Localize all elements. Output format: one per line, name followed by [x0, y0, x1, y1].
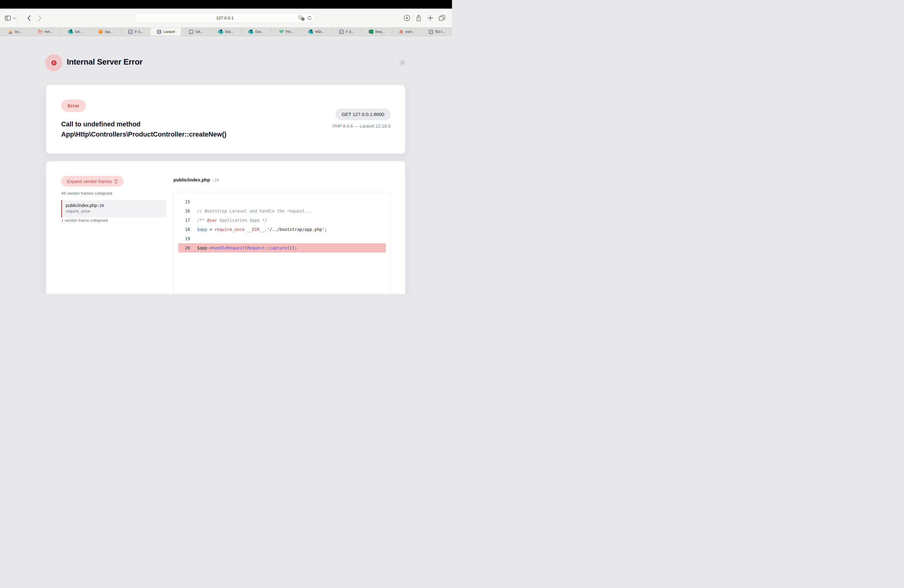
- phpmyadmin-icon: PMA: [8, 29, 13, 34]
- browser-tab-11[interactable]: Sหนัง...: [301, 28, 332, 36]
- download-icon: [404, 15, 410, 21]
- tab-label: Hel...: [44, 30, 53, 33]
- plus-icon: [427, 15, 433, 21]
- new-tab-button[interactable]: [427, 9, 434, 27]
- line-source: // Bootstrap Laravel and handle the requ…: [197, 209, 312, 213]
- tab-label: Dat...: [255, 30, 264, 33]
- back-button[interactable]: [25, 9, 32, 27]
- tab-overview-icon: [439, 15, 445, 21]
- error-status-icon: !: [45, 54, 62, 71]
- sidebar-icon: [5, 16, 11, 21]
- laravel-icon: [38, 29, 43, 34]
- stack-frame-call: require_once: [66, 209, 163, 213]
- expand-vendor-frames-button[interactable]: Expand vendor frames: [61, 176, 123, 187]
- browser-tab-14[interactable]: ดอก...: [392, 28, 422, 36]
- browser-tab-7[interactable]: MSA...: [181, 28, 211, 36]
- w3schools-icon: W3: [279, 29, 284, 34]
- forward-chevron-icon: [38, 15, 42, 21]
- svg-text:S: S: [250, 31, 251, 33]
- letter-tile-icon: G: [428, 29, 433, 34]
- tab-label: ดอก...: [406, 29, 415, 35]
- svg-text:S: S: [309, 31, 311, 33]
- error-type-badge: Error: [61, 100, 86, 112]
- red-chevrons-icon: [399, 29, 404, 34]
- back-chevron-icon: [27, 15, 31, 21]
- line-number: 15: [179, 199, 190, 204]
- line-source: /** @var Application $app */: [197, 218, 267, 223]
- tab-label: F-3...: [135, 30, 143, 33]
- url-field[interactable]: 127.0.0.1 A x: [135, 13, 315, 23]
- sharepoint-icon: S: [218, 29, 223, 34]
- reload-button[interactable]: [307, 16, 312, 21]
- browser-tab-4[interactable]: Sig...: [90, 28, 120, 36]
- tab-label: หนัง...: [315, 29, 325, 35]
- line-source: $app->handleRequest(Request::capture());: [197, 245, 297, 250]
- code-line-20: 20$app->handleRequest(Request::capture()…: [179, 243, 386, 253]
- line-number: 20: [179, 245, 190, 250]
- letter-tile-icon: M: [189, 29, 194, 34]
- collapsed-frames-below: 1 vendor frame collapsed: [61, 218, 108, 223]
- request-method-badge: GET 127.0.0.1:8000: [335, 109, 390, 120]
- tab-label: Req...: [375, 30, 385, 33]
- stack-trace-card: Expand vendor frames 49 vendor frames co…: [46, 161, 405, 294]
- code-line-18: 18$app = require_once __DIR__.'/../boots…: [179, 225, 386, 234]
- tab-label: Sig...: [105, 30, 113, 33]
- stack-frame-item[interactable]: public/index.php:20 require_once: [61, 200, 166, 217]
- tab-label: บึงเว...: [435, 29, 446, 35]
- line-source: $app = require_once __DIR__.'/../bootstr…: [197, 227, 327, 232]
- svg-text:PMA: PMA: [9, 32, 12, 34]
- downloads-button[interactable]: [403, 9, 411, 27]
- tab-label: PH...: [286, 30, 294, 33]
- expand-vendor-frames-label: Expand vendor frames: [67, 179, 112, 184]
- error-page: ! Internal Server Error Error GET 127.0.…: [0, 36, 452, 294]
- tab-label: F-3...: [346, 30, 354, 33]
- code-line-anchor: :20: [212, 178, 219, 182]
- chevron-up-down-icon: [114, 179, 118, 184]
- tab-label: SA...: [75, 30, 83, 33]
- code-file-header: public/index.php:20: [174, 177, 219, 182]
- tab-strip: PMAloc...Hel...SSA...Sig...SF-3...1Larav…: [0, 27, 452, 36]
- letter-tile-icon: 1: [156, 29, 161, 34]
- browser-tab-15[interactable]: Gบึงเว...: [422, 28, 452, 36]
- share-button[interactable]: [415, 9, 422, 27]
- tab-overview-button[interactable]: [438, 9, 446, 27]
- browser-toolbar: 127.0.0.1 A x: [0, 9, 452, 27]
- theme-toggle-sun-icon[interactable]: [399, 59, 406, 66]
- letter-tile-icon: S: [128, 29, 133, 34]
- browser-tab-12[interactable]: SF-3...: [332, 28, 362, 36]
- code-line-16: 16// Bootstrap Laravel and handle the re…: [179, 206, 386, 216]
- orange-sphere-icon: [98, 29, 103, 34]
- browser-tab-6[interactable]: 1Laravel: [151, 28, 181, 36]
- excel-icon: X: [369, 29, 374, 34]
- browser-tab-10[interactable]: W3PH...: [271, 28, 301, 36]
- line-number: 18: [179, 227, 190, 232]
- exception-card: Error GET 127.0.0.1:8000 PHP 8.4.6 — Lar…: [46, 85, 405, 154]
- collapsed-frames-above: 49 vendor frames collapsed: [61, 191, 112, 196]
- sharepoint-icon: S: [248, 29, 253, 34]
- line-number: 16: [179, 209, 190, 213]
- browser-tab-1[interactable]: PMAloc...: [0, 28, 30, 36]
- toolbar-divider: [17, 14, 17, 22]
- sidebar-toggle-button[interactable]: [4, 9, 12, 27]
- browser-tab-8[interactable]: SDat...: [211, 28, 241, 36]
- exclamation-icon: !: [51, 59, 57, 66]
- browser-tab-5[interactable]: SF-3...: [120, 28, 151, 36]
- browser-tab-3[interactable]: SSA...: [60, 28, 90, 36]
- tab-label: Dat...: [225, 30, 233, 33]
- code-viewer[interactable]: 1516// Bootstrap Laravel and handle the …: [174, 192, 390, 294]
- code-line-17: 17/** @var Application $app */: [179, 216, 386, 225]
- browser-tab-13[interactable]: XReq...: [362, 28, 392, 36]
- line-number: 17: [179, 218, 190, 223]
- sharepoint-icon: S: [308, 29, 313, 34]
- forward-button[interactable]: [36, 9, 43, 27]
- browser-tab-9[interactable]: SDat...: [241, 28, 271, 36]
- svg-text:S: S: [69, 31, 70, 33]
- chevron-down-icon: [13, 17, 16, 19]
- page-title: Internal Server Error: [67, 57, 143, 67]
- code-lines: 1516// Bootstrap Laravel and handle the …: [174, 197, 390, 253]
- tab-label: SA...: [196, 30, 203, 33]
- browser-tab-2[interactable]: Hel...: [30, 28, 60, 36]
- translate-icon[interactable]: A x: [299, 16, 304, 21]
- code-line-15: 15: [179, 197, 386, 206]
- sidebar-menu-button[interactable]: [12, 9, 17, 27]
